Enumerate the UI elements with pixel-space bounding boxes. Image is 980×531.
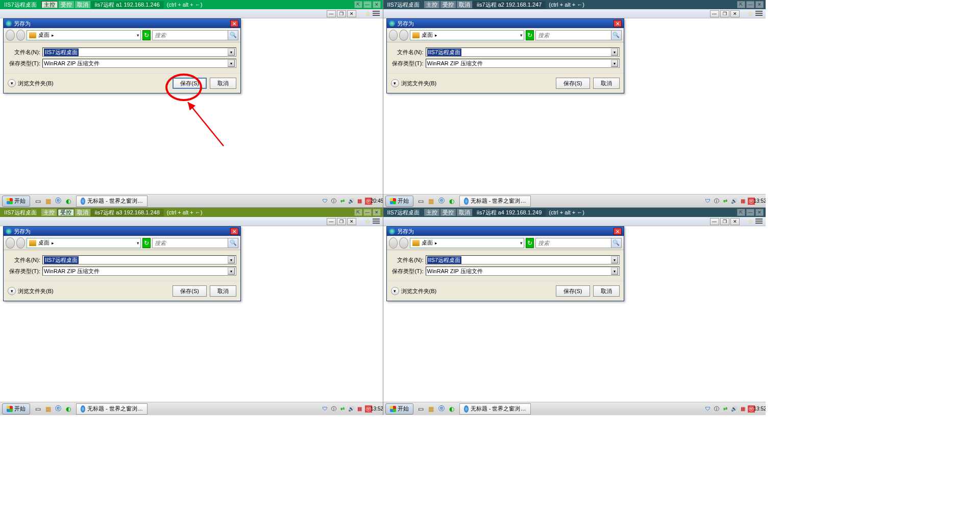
- nav-forward-button[interactable]: [399, 30, 408, 41]
- window-minimize-icon[interactable]: —: [710, 10, 719, 17]
- window-restore-icon[interactable]: ❐: [337, 10, 346, 17]
- taskbar-task[interactable]: 无标题 - 世界之窗浏…: [459, 403, 531, 415]
- filename-value[interactable]: IIS7远程桌面: [44, 256, 79, 264]
- filename-field[interactable]: IIS7远程桌面 ▾: [426, 255, 620, 264]
- controlled-button[interactable]: 受控: [58, 209, 74, 216]
- show-desktop-icon[interactable]: ▭: [416, 197, 426, 206]
- search-field[interactable]: 🔍: [152, 238, 238, 248]
- tray-app-icon[interactable]: ▦: [356, 198, 363, 205]
- browse-folders-toggle[interactable]: ▾ 浏览文件夹(B): [391, 287, 437, 295]
- ie-icon[interactable]: ⓔ: [54, 197, 63, 206]
- search-icon[interactable]: 🔍: [228, 31, 238, 40]
- browser-icon[interactable]: ◐: [64, 197, 73, 206]
- minimize-icon[interactable]: —: [363, 209, 372, 216]
- save-button[interactable]: 保存(S): [556, 78, 590, 89]
- search-input[interactable]: [536, 240, 611, 246]
- main-control-button[interactable]: 主控: [41, 1, 58, 8]
- nav-back-button[interactable]: [6, 30, 15, 41]
- search-input[interactable]: [153, 32, 228, 38]
- minimize-icon[interactable]: —: [363, 1, 372, 8]
- tray-app-icon[interactable]: ▦: [739, 198, 746, 205]
- save-button[interactable]: 保存(S): [173, 285, 207, 297]
- controlled-button[interactable]: 受控: [440, 1, 456, 8]
- favorite-star-icon[interactable]: ☆: [365, 218, 371, 225]
- search-input[interactable]: [536, 32, 611, 38]
- tray-info-icon[interactable]: ⓘ: [330, 405, 337, 413]
- controlled-button[interactable]: 受控: [440, 209, 456, 216]
- filename-value[interactable]: IIS7远程桌面: [44, 49, 79, 56]
- browse-folders-toggle[interactable]: ▾ 浏览文件夹(B): [391, 79, 437, 87]
- filetype-dropdown-icon[interactable]: ▾: [611, 268, 618, 275]
- hamburger-menu-icon[interactable]: [755, 11, 763, 17]
- explorer-icon[interactable]: ▦: [427, 197, 436, 206]
- refresh-button[interactable]: ↻: [526, 238, 534, 248]
- tray-info-icon[interactable]: ⓘ: [713, 405, 720, 413]
- window-minimize-icon[interactable]: —: [710, 218, 719, 225]
- search-field[interactable]: 🔍: [535, 30, 622, 40]
- tray-network-icon[interactable]: ⇄: [339, 198, 346, 205]
- search-icon[interactable]: 🔍: [611, 238, 621, 248]
- filetype-dropdown-icon[interactable]: ▾: [611, 60, 618, 67]
- cancel-connection-button[interactable]: 取消: [457, 1, 472, 8]
- main-control-button[interactable]: 主控: [41, 209, 57, 216]
- cancel-connection-button[interactable]: 取消: [75, 209, 90, 216]
- location-breadcrumb[interactable]: 桌面 ▸ ▾: [410, 30, 524, 40]
- filetype-dropdown-icon[interactable]: ▾: [228, 60, 235, 67]
- tray-info-icon[interactable]: ⓘ: [330, 198, 337, 205]
- filetype-field[interactable]: WinRAR ZIP 压缩文件 ▾: [426, 267, 620, 276]
- hamburger-menu-icon[interactable]: [373, 219, 380, 225]
- location-breadcrumb[interactable]: 桌面 ▸ ▾: [27, 30, 141, 40]
- tray-security-icon[interactable]: 🛡: [322, 198, 329, 205]
- tray-network-icon[interactable]: ⇄: [722, 405, 729, 413]
- cancel-button[interactable]: 取消: [593, 285, 620, 297]
- dialog-close-button[interactable]: ✕: [614, 20, 622, 27]
- taskbar-task[interactable]: 无标题 - 世界之窗浏…: [459, 196, 531, 207]
- cancel-button[interactable]: 取消: [210, 78, 236, 89]
- save-button[interactable]: 保存(S): [173, 78, 207, 89]
- tray-sound-icon[interactable]: 🔊: [348, 198, 355, 205]
- window-close-icon[interactable]: ✕: [730, 10, 740, 17]
- start-button[interactable]: 开始: [385, 196, 413, 207]
- search-icon[interactable]: 🔍: [228, 238, 238, 248]
- cancel-button[interactable]: 取消: [593, 78, 620, 89]
- window-minimize-icon[interactable]: —: [327, 10, 336, 17]
- tray-network-icon[interactable]: ⇄: [722, 198, 729, 205]
- tray-security-icon[interactable]: 🛡: [322, 405, 329, 413]
- refresh-button[interactable]: ↻: [142, 238, 151, 248]
- tray-sound-icon[interactable]: 🔊: [730, 405, 738, 413]
- close-icon[interactable]: ✕: [373, 1, 381, 8]
- tray-sound-icon[interactable]: 🔊: [348, 405, 355, 413]
- nav-back-button[interactable]: [6, 237, 15, 249]
- filename-dropdown-icon[interactable]: ▾: [228, 256, 235, 263]
- location-dropdown-icon[interactable]: ▾: [520, 33, 523, 38]
- save-button[interactable]: 保存(S): [556, 285, 590, 297]
- tray-info-icon[interactable]: ⓘ: [713, 198, 720, 205]
- clock[interactable]: 20:45: [374, 198, 381, 205]
- ie-icon[interactable]: ⓔ: [437, 404, 446, 414]
- hamburger-menu-icon[interactable]: [373, 11, 380, 17]
- filename-value[interactable]: IIS7远程桌面: [427, 256, 462, 264]
- filename-field[interactable]: IIS7远程桌面 ▾: [426, 47, 620, 57]
- browser-icon[interactable]: ◐: [447, 197, 456, 206]
- taskbar-task[interactable]: 无标题 - 世界之窗浏…: [76, 196, 148, 207]
- nav-forward-button[interactable]: [16, 30, 26, 41]
- show-desktop-icon[interactable]: ▭: [33, 197, 42, 206]
- clock[interactable]: 13:52: [756, 198, 764, 205]
- minimize-icon[interactable]: —: [746, 1, 754, 8]
- location-dropdown-icon[interactable]: ▾: [520, 240, 523, 246]
- cancel-button[interactable]: 取消: [210, 285, 236, 297]
- ie-icon[interactable]: ⓔ: [54, 404, 63, 414]
- location-breadcrumb[interactable]: 桌面 ▸ ▾: [410, 238, 524, 248]
- window-restore-icon[interactable]: ❐: [720, 218, 729, 225]
- filename-value[interactable]: IIS7远程桌面: [427, 49, 462, 56]
- search-field[interactable]: 🔍: [152, 30, 238, 40]
- pin-icon[interactable]: ⇱: [737, 1, 745, 8]
- window-minimize-icon[interactable]: —: [327, 218, 336, 225]
- main-control-button[interactable]: 主控: [424, 209, 439, 216]
- cancel-connection-button[interactable]: 取消: [457, 209, 472, 216]
- search-input[interactable]: [153, 240, 228, 246]
- show-desktop-icon[interactable]: ▭: [416, 404, 426, 414]
- dialog-close-button[interactable]: ✕: [230, 20, 238, 27]
- refresh-button[interactable]: ↻: [142, 30, 151, 40]
- pin-icon[interactable]: ⇱: [737, 209, 745, 216]
